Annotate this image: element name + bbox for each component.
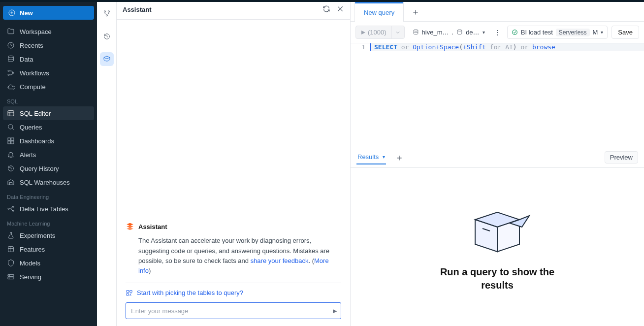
cluster-selector[interactable]: BI load test Serverless M ▾ <box>507 26 608 39</box>
delta-live-tables-icon <box>7 205 15 213</box>
left-sidebar: New WorkspaceRecentsDataWorkflowsCompute… <box>0 0 97 326</box>
assistant-body: Assistant The Assistant can accelerate y… <box>117 20 350 326</box>
status-ok-icon <box>512 29 518 35</box>
sidebar-item-dashboards[interactable]: Dashboards <box>3 134 94 148</box>
sidebar-item-label: Query History <box>20 165 59 172</box>
pick-tables-hint-label: Start with picking the tables to query? <box>137 289 243 296</box>
run-limit-label: (1000) <box>368 29 386 36</box>
sidebar-item-workspace[interactable]: Workspace <box>3 25 94 38</box>
sidebar-item-delta-live-tables[interactable]: Delta Live Tables <box>3 202 94 216</box>
sidebar-item-query-history[interactable]: Query History <box>3 162 94 175</box>
svg-rect-15 <box>8 141 10 144</box>
run-dropdown-icon[interactable] <box>391 26 404 38</box>
send-icon[interactable]: ▶ <box>333 308 337 314</box>
assistant-input-box: ▶ <box>126 302 341 319</box>
catalog-selector[interactable]: hive_m… . de… ▾ <box>409 26 489 38</box>
sidebar-item-label: Features <box>20 246 45 253</box>
svg-rect-8 <box>8 111 14 116</box>
sidebar-item-compute[interactable]: Compute <box>3 80 94 94</box>
svg-rect-33 <box>127 291 129 293</box>
editor-area: New query ＋ (1000) hive_m… . de… ▾ ⋮ <box>351 0 644 326</box>
svg-point-28 <box>104 11 105 12</box>
assistant-block-title: Assistant <box>138 223 167 230</box>
sidebar-item-label: Workflows <box>20 69 49 77</box>
close-icon[interactable] <box>336 5 344 14</box>
preview-button-label: Preview <box>610 154 633 161</box>
data-icon <box>7 55 15 63</box>
svg-rect-17 <box>9 183 12 185</box>
sidebar-item-label: Delta Live Tables <box>20 205 68 213</box>
code-line-1[interactable]: SELECT or Option+Space(+Shift for AI) or… <box>370 43 644 51</box>
sidebar-item-label: Alerts <box>20 151 36 159</box>
divider <box>126 283 341 283</box>
models-icon <box>7 259 15 267</box>
editor-toolbar: (1000) hive_m… . de… ▾ ⋮ BI load test Se… <box>351 22 644 43</box>
results-tab-label: Results <box>357 153 379 161</box>
catalog-icon <box>413 29 419 35</box>
rail-schema-icon[interactable] <box>100 7 114 21</box>
svg-point-6 <box>8 74 9 76</box>
recents-icon <box>7 41 15 49</box>
assistant-message-input[interactable] <box>130 307 333 315</box>
svg-point-7 <box>12 72 14 74</box>
add-results-tab-icon[interactable]: ＋ <box>395 152 404 163</box>
kebab-menu-icon[interactable]: ⋮ <box>493 28 503 37</box>
sidebar-item-label: Experiments <box>20 232 55 239</box>
sidebar-item-queries[interactable]: Queries <box>3 120 94 134</box>
tab-label: New query <box>364 9 394 16</box>
sidebar-item-workflows[interactable]: Workflows <box>3 66 94 80</box>
svg-point-11 <box>8 125 13 129</box>
code-editor[interactable]: 1 SELECT or Option+Space(+Shift for AI) … <box>351 43 644 147</box>
svg-rect-34 <box>130 291 132 293</box>
svg-point-5 <box>8 70 9 72</box>
pick-tables-hint[interactable]: Start with picking the tables to query? <box>126 289 341 296</box>
rail-history-icon[interactable] <box>100 30 114 43</box>
results-tabbar: Results ▾ ＋ Preview <box>351 147 644 168</box>
sidebar-item-label: Dashboards <box>20 137 54 145</box>
assistant-header: Assistant <box>117 0 350 20</box>
sidebar-item-label: Data <box>20 56 33 63</box>
sidebar-item-alerts[interactable]: Alerts <box>3 148 94 162</box>
alerts-icon <box>7 151 15 159</box>
save-button[interactable]: Save <box>612 26 639 39</box>
section-label-ml: Machine Learning <box>3 216 94 228</box>
assistant-title: Assistant <box>123 6 152 13</box>
sidebar-item-features[interactable]: Features <box>3 242 94 256</box>
svg-line-12 <box>12 129 14 130</box>
add-tab-icon[interactable]: ＋ <box>410 6 421 18</box>
svg-point-20 <box>12 210 14 212</box>
workflows-icon <box>7 69 15 77</box>
sidebar-item-recents[interactable]: Recents <box>3 38 94 52</box>
cluster-size: M <box>593 29 598 36</box>
svg-point-30 <box>106 15 107 16</box>
refresh-icon[interactable] <box>322 5 330 14</box>
preview-button[interactable]: Preview <box>605 151 638 163</box>
plus-circle-icon <box>8 9 16 17</box>
workspace-icon <box>7 28 15 35</box>
cluster-type-chip: Serverless <box>556 29 590 36</box>
play-icon <box>361 30 366 35</box>
editor-tabbar: New query ＋ <box>351 0 644 22</box>
tab-new-query[interactable]: New query <box>354 2 404 22</box>
catalog-name: hive_m… <box>422 29 449 36</box>
sidebar-item-models[interactable]: Models <box>3 256 94 270</box>
empty-box-icon <box>463 202 532 257</box>
section-label-sql: SQL <box>3 94 94 106</box>
run-button[interactable]: (1000) <box>355 26 405 39</box>
rail-assistant-icon[interactable] <box>100 52 114 66</box>
sidebar-item-label: Serving <box>20 273 41 281</box>
assistant-logo-icon <box>126 222 134 231</box>
sidebar-item-serving[interactable]: Serving <box>3 270 94 284</box>
new-button[interactable]: New <box>3 6 94 20</box>
sidebar-item-sql-warehouses[interactable]: SQL Warehouses <box>3 175 94 189</box>
feedback-link[interactable]: share your feedback <box>251 257 309 264</box>
sidebar-item-sql-editor[interactable]: SQL Editor <box>3 106 94 120</box>
sidebar-item-label: Recents <box>20 42 43 49</box>
results-empty-title: Run a query to show the results <box>423 265 571 292</box>
sidebar-item-data[interactable]: Data <box>3 52 94 66</box>
sidebar-item-label: SQL Editor <box>20 110 51 117</box>
svg-rect-21 <box>8 247 14 252</box>
results-tab[interactable]: Results ▾ <box>356 150 386 164</box>
sidebar-item-experiments[interactable]: Experiments <box>3 228 94 242</box>
schema-name: de… <box>466 29 479 36</box>
